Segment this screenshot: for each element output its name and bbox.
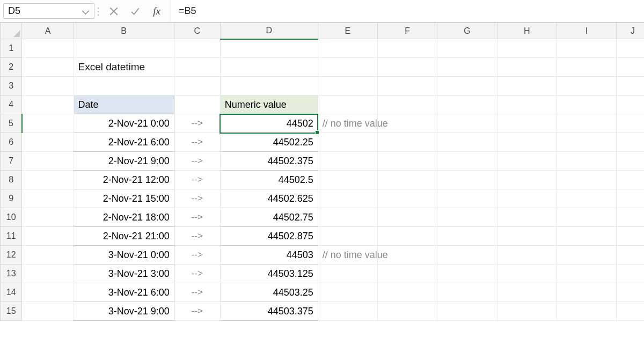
numeric-cell[interactable]: 44502.25 xyxy=(220,133,318,152)
arrow-cell[interactable]: --> xyxy=(174,189,220,208)
date-cell[interactable]: 3-Nov-21 0:00 xyxy=(74,246,174,264)
page-title[interactable]: Excel datetime xyxy=(74,58,174,77)
numeric-cell[interactable]: 44503.125 xyxy=(220,264,318,283)
cell[interactable] xyxy=(437,77,497,95)
cell[interactable] xyxy=(378,189,437,208)
row-header[interactable]: 12 xyxy=(1,246,22,264)
cell[interactable] xyxy=(557,58,616,77)
comment-cell[interactable]: // no time value xyxy=(318,246,377,264)
cell[interactable] xyxy=(22,264,74,283)
cell[interactable] xyxy=(617,246,644,264)
cell[interactable] xyxy=(617,152,644,171)
numeric-column-header[interactable]: Numeric value xyxy=(220,95,318,114)
column-header[interactable]: E xyxy=(318,23,377,39)
cell[interactable] xyxy=(557,152,616,171)
cell[interactable] xyxy=(617,283,644,302)
cell[interactable] xyxy=(220,77,318,95)
cell[interactable] xyxy=(318,133,377,152)
cell[interactable] xyxy=(318,77,377,95)
numeric-cell[interactable]: 44502.375 xyxy=(220,152,318,171)
cell[interactable] xyxy=(437,133,497,152)
cell[interactable] xyxy=(437,189,497,208)
cell[interactable] xyxy=(437,171,497,189)
cell[interactable] xyxy=(497,77,557,95)
cell[interactable] xyxy=(497,246,557,264)
cell[interactable] xyxy=(617,171,644,189)
cell[interactable] xyxy=(437,302,497,321)
cell[interactable] xyxy=(378,264,437,283)
row-header[interactable]: 13 xyxy=(1,264,22,283)
arrow-cell[interactable]: --> xyxy=(174,133,220,152)
cell[interactable] xyxy=(557,227,616,246)
cell[interactable] xyxy=(617,208,644,227)
cell[interactable] xyxy=(497,208,557,227)
cell[interactable] xyxy=(437,208,497,227)
row-header[interactable]: 8 xyxy=(1,171,22,189)
cell[interactable] xyxy=(22,208,74,227)
cell[interactable] xyxy=(378,283,437,302)
cell[interactable] xyxy=(22,246,74,264)
numeric-cell[interactable]: 44502 xyxy=(220,114,318,133)
cell[interactable] xyxy=(617,227,644,246)
cell[interactable] xyxy=(378,95,437,114)
cell[interactable] xyxy=(437,95,497,114)
date-cell[interactable]: 2-Nov-21 15:00 xyxy=(74,189,174,208)
cell[interactable] xyxy=(497,95,557,114)
column-header[interactable]: G xyxy=(437,23,497,39)
cell[interactable] xyxy=(174,95,220,114)
cell[interactable] xyxy=(318,95,377,114)
date-cell[interactable]: 2-Nov-21 12:00 xyxy=(74,171,174,189)
cell[interactable] xyxy=(318,264,377,283)
arrow-cell[interactable]: --> xyxy=(174,283,220,302)
cell[interactable] xyxy=(378,208,437,227)
column-header[interactable]: B xyxy=(74,23,174,39)
cell[interactable] xyxy=(74,39,174,58)
row-header[interactable]: 4 xyxy=(1,95,22,114)
row-header[interactable]: 14 xyxy=(1,283,22,302)
cell[interactable] xyxy=(557,189,616,208)
cell[interactable] xyxy=(378,152,437,171)
row-header[interactable]: 6 xyxy=(1,133,22,152)
select-all-corner[interactable] xyxy=(1,23,22,39)
cell[interactable] xyxy=(22,283,74,302)
cell[interactable] xyxy=(318,171,377,189)
numeric-cell[interactable]: 44503.25 xyxy=(220,283,318,302)
chevron-down-icon[interactable] xyxy=(82,8,90,15)
cell[interactable] xyxy=(557,171,616,189)
cell[interactable] xyxy=(617,39,644,58)
arrow-cell[interactable]: --> xyxy=(174,302,220,321)
cell[interactable] xyxy=(22,152,74,171)
row-header[interactable]: 9 xyxy=(1,189,22,208)
cell[interactable] xyxy=(497,264,557,283)
column-header[interactable]: D xyxy=(220,23,318,39)
date-cell[interactable]: 2-Nov-21 9:00 xyxy=(74,152,174,171)
cell[interactable] xyxy=(318,302,377,321)
date-cell[interactable]: 2-Nov-21 18:00 xyxy=(74,208,174,227)
cell[interactable] xyxy=(497,283,557,302)
column-header[interactable]: A xyxy=(22,23,74,39)
numeric-cell[interactable]: 44502.5 xyxy=(220,171,318,189)
column-header[interactable]: C xyxy=(174,23,220,39)
cell[interactable] xyxy=(22,302,74,321)
cell[interactable] xyxy=(437,246,497,264)
cell[interactable] xyxy=(378,227,437,246)
cell[interactable] xyxy=(557,302,616,321)
cell[interactable] xyxy=(174,58,220,77)
formula-input[interactable]: =B5 xyxy=(171,0,644,22)
arrow-cell[interactable]: --> xyxy=(174,227,220,246)
date-cell[interactable]: 2-Nov-21 0:00 xyxy=(74,114,174,133)
cell[interactable] xyxy=(437,264,497,283)
cell[interactable] xyxy=(497,152,557,171)
date-cell[interactable]: 3-Nov-21 6:00 xyxy=(74,283,174,302)
column-header[interactable]: I xyxy=(557,23,616,39)
cell[interactable] xyxy=(22,114,74,133)
cell[interactable] xyxy=(378,77,437,95)
arrow-cell[interactable]: --> xyxy=(174,208,220,227)
cell[interactable] xyxy=(497,171,557,189)
numeric-cell[interactable]: 44503 xyxy=(220,246,318,264)
cell[interactable] xyxy=(318,39,377,58)
cell[interactable] xyxy=(557,133,616,152)
cell[interactable] xyxy=(318,227,377,246)
cell[interactable] xyxy=(378,171,437,189)
cell[interactable] xyxy=(617,133,644,152)
